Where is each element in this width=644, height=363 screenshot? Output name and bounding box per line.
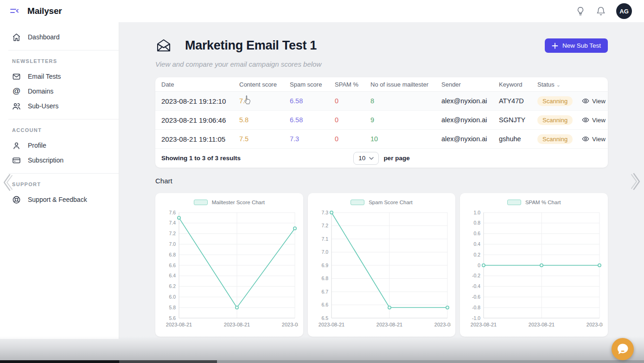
cell-status: Scanning <box>537 115 582 125</box>
cell-issues[interactable]: 8 <box>370 97 441 105</box>
sidebar-item-domains[interactable]: @ Domains <box>0 84 119 99</box>
per-page-select[interactable]: 10 <box>353 152 379 165</box>
sidebar-item-sub-users[interactable]: Sub-Users <box>0 99 119 113</box>
svg-text:2023-08-21: 2023-08-21 <box>318 322 344 327</box>
cell-status: Scanning <box>537 96 582 106</box>
page-subtitle: View and compare your email campaign sco… <box>155 60 608 68</box>
svg-text:6.0: 6.0 <box>169 294 176 300</box>
credit-card-icon <box>12 156 21 165</box>
chat-launcher-button[interactable] <box>612 338 634 360</box>
chart-legend: SPAM % Chart <box>507 200 561 205</box>
results-table: DateContent scoreSpam scoreSPAM %No of i… <box>155 77 608 168</box>
chevron-down-icon <box>369 157 374 160</box>
sidebar-section-support: SUPPORT <box>0 175 119 192</box>
svg-text:7.0: 7.0 <box>169 241 176 247</box>
users-icon <box>12 102 21 111</box>
sidebar-collapse-icon[interactable] <box>9 6 19 16</box>
sidebar-item-subscription[interactable]: Subscription <box>0 153 119 168</box>
sidebar-section-account: ACCOUNT <box>0 120 119 138</box>
svg-text:6.8: 6.8 <box>169 252 176 257</box>
svg-text:7.0: 7.0 <box>321 249 328 255</box>
view-button[interactable]: View <box>582 135 606 143</box>
svg-text:2023-08-21: 2023-08-21 <box>166 322 192 327</box>
column-header-spam_pct: SPAM % <box>335 81 370 88</box>
svg-text:2023-08-21: 2023-08-21 <box>529 322 555 327</box>
table-row: 2023-08-21 19:12:107.36.5808alex@nyxion.… <box>155 92 608 111</box>
sidebar-item-label: Email Tests <box>28 73 61 80</box>
home-icon <box>12 33 21 42</box>
svg-text:0.6: 0.6 <box>474 231 481 236</box>
sidebar-item-email-tests[interactable]: Email Tests <box>0 69 119 84</box>
line-chart: 7.67.47.27.06.86.66.46.26.05.85.62023-08… <box>160 207 298 332</box>
cell-issues[interactable]: 9 <box>370 116 441 124</box>
cell-date: 2023-08-21 19:12:10 <box>161 97 239 105</box>
svg-text:-0.6: -0.6 <box>472 294 480 300</box>
sidebar: Dashboard NEWSLETTERS Email Tests @ Doma… <box>0 22 119 339</box>
cell-sender: alex@nyxion.ai <box>441 135 499 143</box>
legend-swatch <box>194 200 208 205</box>
cell-spam[interactable]: 6.58 <box>290 97 335 105</box>
view-button[interactable]: View <box>582 97 606 105</box>
cell-spam[interactable]: 7.3 <box>290 135 335 143</box>
new-sub-test-button[interactable]: New Sub Test <box>545 38 608 53</box>
sidebar-item-label: Support & Feedback <box>28 196 87 203</box>
line-chart: 7.37.27.17.06.96.86.76.66.52023-08-21202… <box>313 207 451 332</box>
lifebuoy-icon <box>12 195 21 204</box>
charts-section-label: Chart <box>155 177 608 185</box>
cell-date: 2023-08-21 19:11:05 <box>161 135 239 143</box>
notifications-bell-icon[interactable] <box>596 6 606 16</box>
cell-spam_pct[interactable]: 0 <box>335 97 370 105</box>
at-sign-icon: @ <box>12 87 21 96</box>
lightbulb-icon[interactable] <box>575 6 586 16</box>
avatar[interactable]: AG <box>616 3 632 19</box>
cell-content[interactable]: 7.5 <box>239 135 290 143</box>
column-header-keyword: Keyword <box>499 81 537 88</box>
sidebar-item-support-feedback[interactable]: Support & Feedback <box>0 192 119 207</box>
table-row: 2023-08-21 19:06:465.86.5809alex@nyxion.… <box>155 111 608 130</box>
carousel-next-arrow-icon[interactable] <box>631 171 642 194</box>
cell-issues[interactable]: 10 <box>370 135 441 143</box>
main-content: Marketing Email Test 1 New Sub Test View… <box>119 22 644 363</box>
svg-text:5.6: 5.6 <box>169 315 176 321</box>
chart-legend: Mailtester Score Chart <box>194 200 265 205</box>
column-header-sender: Sender <box>441 81 499 88</box>
svg-text:6.6: 6.6 <box>169 263 176 268</box>
sidebar-item-label: Dashboard <box>28 33 60 41</box>
status-badge: Scanning <box>537 134 573 144</box>
per-page-label: per page <box>383 155 409 162</box>
status-badge: Scanning <box>537 115 573 125</box>
carousel-prev-arrow-icon[interactable] <box>2 172 13 194</box>
sort-caret-icon: ⌄ <box>556 82 561 88</box>
eye-icon <box>582 116 589 124</box>
svg-text:7.3: 7.3 <box>321 210 328 215</box>
svg-text:2023-08-21: 2023-08-21 <box>282 322 298 327</box>
sidebar-item-profile[interactable]: Profile <box>0 138 119 153</box>
svg-text:7.4: 7.4 <box>169 220 176 225</box>
cell-content[interactable]: 5.8 <box>239 116 290 124</box>
svg-text:6.8: 6.8 <box>321 275 328 281</box>
cell-spam_pct[interactable]: 0 <box>335 135 370 143</box>
legend-label: Mailtester Score Chart <box>212 200 265 205</box>
svg-text:2023-08-21: 2023-08-21 <box>587 322 603 327</box>
column-header-content: Content score <box>239 81 290 88</box>
table-footer: Showing 1 to 3 of 3 results 10 per page <box>155 149 608 168</box>
svg-text:1.0: 1.0 <box>474 210 481 215</box>
cell-content[interactable]: 7.3 <box>239 97 290 105</box>
divider <box>8 173 119 174</box>
svg-text:7.2: 7.2 <box>169 231 176 236</box>
view-button[interactable]: View <box>582 116 606 124</box>
legend-swatch <box>351 200 364 205</box>
line-chart: 1.00.80.60.40.20-0.2-0.4-0.6-0.8-1.02023… <box>465 207 603 332</box>
horizontal-scrollbar[interactable] <box>0 360 644 363</box>
column-header-status[interactable]: Status⌄ <box>537 81 582 88</box>
svg-text:5.8: 5.8 <box>169 305 176 310</box>
page-title: Marketing Email Test 1 <box>185 38 317 53</box>
table-row: 2023-08-21 19:11:057.57.3010alex@nyxion.… <box>155 130 608 149</box>
chart-card-spam-percent: SPAM % Chart1.00.80.60.40.20-0.2-0.4-0.6… <box>460 193 608 337</box>
cell-keyword: gshuhe <box>499 135 537 143</box>
svg-text:0.2: 0.2 <box>474 252 481 257</box>
cell-spam[interactable]: 6.58 <box>290 116 335 124</box>
cell-spam_pct[interactable]: 0 <box>335 116 370 124</box>
sidebar-item-dashboard[interactable]: Dashboard <box>0 30 119 44</box>
plus-icon <box>552 43 558 49</box>
